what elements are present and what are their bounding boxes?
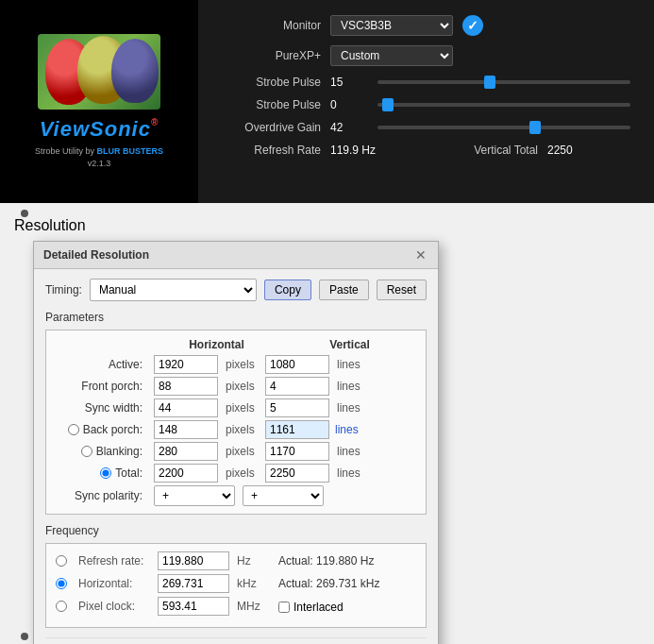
horizontal-freq-input[interactable] — [158, 574, 229, 593]
timing-select[interactable]: Manual — [90, 279, 257, 301]
refresh-rate-freq-input[interactable] — [158, 551, 229, 570]
overdrive-value: 42 — [330, 121, 363, 134]
front-porch-v-input[interactable] — [265, 377, 329, 396]
refresh-rate-value: 119.9 Hz — [330, 144, 406, 157]
pixel-clock-input[interactable] — [158, 597, 229, 616]
total-radio[interactable] — [100, 467, 111, 479]
blanking-label: Blanking: — [96, 445, 143, 458]
back-porch-v-unit[interactable]: lines — [335, 423, 373, 436]
total-row: Total: pixels lines — [56, 464, 416, 483]
strobe-pulse-15-slider[interactable] — [377, 80, 630, 84]
viewsonic-brand: ViewSonic® — [40, 117, 159, 142]
app-subtitle: Strobe Utility by BLUR BUSTERS v2.1.3 — [35, 145, 163, 169]
birds-image — [38, 34, 160, 110]
back-porch-radio[interactable] — [68, 424, 79, 435]
vertical-total-value: 2250 — [547, 144, 623, 157]
total-v-input[interactable] — [265, 464, 329, 483]
active-v-unit: lines — [335, 358, 373, 371]
overdrive-row: Overdrive Gain 42 — [217, 121, 635, 134]
sync-polarity-row: Sync polarity: + - + - — [56, 485, 416, 506]
overdrive-slider[interactable] — [377, 126, 630, 129]
dialog-close-button[interactable]: ✕ — [413, 247, 428, 263]
sync-width-h-input[interactable] — [154, 398, 218, 417]
monitor-check-icon: ✓ — [462, 15, 483, 36]
refresh-rate-actual: Actual: 119.880 Hz — [278, 554, 416, 568]
horizontal-freq-radio[interactable] — [56, 578, 67, 589]
detailed-resolution-dialog: Detailed Resolution ✕ Timing: Manual Cop… — [33, 241, 439, 644]
refresh-rate-label: Refresh Rate — [217, 144, 321, 157]
horizontal-freq-unit: kHz — [237, 577, 275, 590]
horizontal-freq-row: Horizontal: kHz Actual: 269.731 kHz — [56, 574, 416, 593]
sync-v-select[interactable]: + - — [243, 485, 324, 506]
blanking-v-unit: lines — [335, 445, 373, 458]
front-porch-h-input[interactable] — [154, 377, 218, 396]
interlaced-row: Interlaced — [278, 601, 416, 614]
blanking-radio[interactable] — [81, 446, 92, 457]
sync-width-label: Sync width: — [56, 401, 150, 415]
copy-button[interactable]: Copy — [264, 280, 311, 300]
active-label: Active: — [56, 358, 150, 371]
horizontal-header: Horizontal — [150, 338, 283, 351]
vertical-header: Vertical — [283, 338, 416, 351]
blanking-label-area: Blanking: — [56, 445, 150, 458]
strobe-pulse-0-slider[interactable] — [377, 103, 630, 107]
strobe-pulse-15-value: 15 — [330, 76, 363, 89]
paste-button[interactable]: Paste — [319, 280, 369, 300]
total-v-unit: lines — [335, 466, 373, 480]
horizontal-freq-label: Horizontal: — [78, 577, 154, 590]
purexp-select[interactable]: Custom — [330, 45, 453, 66]
pixel-clock-row: Pixel clock: MHz Interlaced — [56, 597, 416, 616]
sync-width-v-input[interactable] — [265, 398, 329, 417]
bullet-2 — [21, 633, 28, 640]
timing-row: Timing: Manual Copy Paste Reset — [45, 279, 427, 301]
sync-width-row: Sync width: pixels lines — [56, 398, 416, 417]
pixel-clock-radio[interactable] — [56, 601, 67, 612]
sync-width-h-unit: pixels — [224, 401, 261, 415]
sync-h-select[interactable]: + - — [154, 485, 235, 506]
dialog-title: Detailed Resolution — [43, 248, 149, 262]
back-porch-row: Back porch: pixels lines — [56, 420, 416, 439]
logo-area: ViewSonic® Strobe Utility by BLUR BUSTER… — [0, 0, 198, 203]
interlaced-checkbox[interactable] — [278, 602, 290, 613]
active-h-unit: pixels — [224, 358, 261, 371]
blanking-v-input[interactable] — [265, 442, 329, 461]
monitor-select[interactable]: VSC3B3B — [330, 15, 453, 36]
back-porch-h-input[interactable] — [154, 420, 218, 439]
monitor-row: Monitor VSC3B3B ✓ — [217, 15, 635, 36]
total-label: Total: — [115, 466, 143, 480]
blanking-h-input[interactable] — [154, 442, 218, 461]
purexp-label: PureXP+ — [217, 49, 321, 62]
resolution-label: Resolution — [14, 217, 86, 234]
bullet-1 — [21, 210, 28, 217]
blanking-row: Blanking: pixels lines — [56, 442, 416, 461]
reset-button[interactable]: Reset — [377, 280, 427, 300]
refresh-rate-freq-label: Refresh rate: — [78, 554, 154, 568]
total-label-area: Total: — [56, 466, 150, 480]
viewsonic-panel: ViewSonic® Strobe Utility by BLUR BUSTER… — [0, 0, 654, 203]
active-h-input[interactable] — [154, 355, 218, 374]
interlaced-label: Interlaced — [293, 601, 344, 614]
frequency-section-title: Frequency — [45, 524, 427, 537]
refresh-rate-freq-radio[interactable] — [56, 555, 67, 567]
active-v-input[interactable] — [265, 355, 329, 374]
dialog-body: Timing: Manual Copy Paste Reset Paramete… — [34, 269, 438, 644]
strobe-pulse-0-row: Strobe Pulse 0 — [217, 98, 635, 111]
pixel-clock-unit: MHz — [237, 600, 275, 613]
purexp-row: PureXP+ Custom — [217, 45, 635, 66]
refresh-rate-row: Refresh Rate 119.9 Hz Vertical Total 225… — [217, 144, 635, 157]
front-porch-v-unit: lines — [335, 380, 373, 393]
strobe-pulse-15-thumb — [484, 76, 495, 89]
front-porch-row: Front porch: pixels lines — [56, 377, 416, 396]
params-header: Horizontal Vertical — [56, 338, 416, 351]
active-row: Active: pixels lines — [56, 355, 416, 374]
back-porch-h-unit: pixels — [224, 423, 261, 436]
total-h-input[interactable] — [154, 464, 218, 483]
overdrive-thumb — [529, 121, 541, 134]
parameters-section-title: Parameters — [45, 311, 427, 324]
strobe-pulse-15-row: Strobe Pulse 15 — [217, 76, 635, 89]
frequency-box: Refresh rate: Hz Actual: 119.880 Hz Hori… — [45, 543, 427, 628]
refresh-rate-freq-row: Refresh rate: Hz Actual: 119.880 Hz — [56, 551, 416, 570]
horizontal-actual: Actual: 269.731 kHz — [278, 577, 416, 590]
strobe-pulse-0-label: Strobe Pulse — [217, 98, 321, 111]
back-porch-v-input[interactable] — [265, 420, 329, 439]
